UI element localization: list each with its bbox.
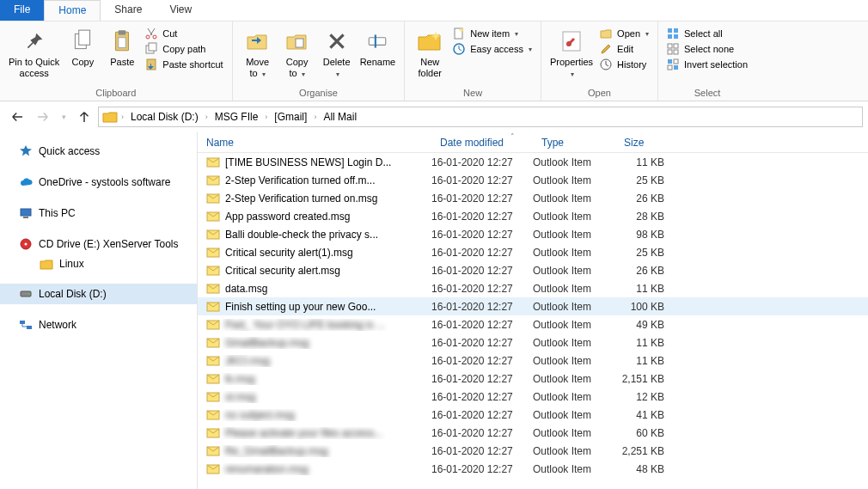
file-name: data.msg [225,283,267,295]
select-none-icon [665,42,681,56]
select-all-button[interactable]: Select all [663,26,751,41]
svg-rect-25 [674,50,678,54]
history-icon [598,58,614,71]
forward-button[interactable] [31,105,55,129]
cut-label: Cut [162,28,177,40]
file-date: 16-01-2020 12:27 [431,373,533,385]
file-row[interactable]: Finish setting up your new Goo...16-01-2… [198,297,868,315]
column-name[interactable]: Name [198,137,431,149]
column-type[interactable]: Type [533,137,615,149]
svg-rect-18 [668,28,672,33]
nav-this-pc[interactable]: This PC [0,203,197,223]
recent-locations-button[interactable]: ▾ [57,105,70,129]
column-date[interactable]: Date modified [431,137,533,149]
file-name: 2-Step Verification turned on.msg [225,193,377,205]
group-organise: Move to ▾ Copy to ▾ Delete▾ Rename Organ… [233,21,406,101]
easy-access-icon [451,42,467,56]
new-item-button[interactable]: New item ▾ [449,26,535,41]
file-type: Outlook Item [533,301,615,313]
mail-icon [206,409,220,421]
file-row[interactable]: Re_GmailBackup.msg16-01-2020 12:27Outloo… [198,442,868,460]
new-folder-button[interactable]: New folder [410,24,449,81]
file-row[interactable]: Balli double-check the privacy s...16-01… [198,225,868,243]
address-bar[interactable]: › Local Disk (D:) › MSG FIle › [Gmail] ›… [98,107,863,127]
file-row[interactable]: lk.msg16-01-2020 12:27Outlook Item2,151 … [198,370,868,388]
breadcrumb-segment[interactable]: [Gmail] [271,107,310,126]
file-row[interactable]: Please activate your files access...16-0… [198,424,868,442]
file-row[interactable]: JKCI.msg16-01-2020 12:27Outlook Item11 K… [198,351,868,370]
delete-label: Delete▾ [323,57,351,80]
file-row[interactable]: data.msg16-01-2020 12:27Outlook Item11 K… [198,279,868,297]
nav-local-disk-d[interactable]: Local Disk (D:) [0,284,197,304]
file-row[interactable]: renumaration.msg16-01-2020 12:27Outlook … [198,460,868,478]
file-type: Outlook Item [533,211,615,223]
paste-icon [111,26,133,57]
cut-button[interactable]: Cut [142,26,226,41]
nav-cd-drive[interactable]: CD Drive (E:) XenServer Tools [0,234,197,254]
properties-button[interactable]: Properties▾ [547,24,596,82]
properties-label: Properties▾ [550,57,593,80]
file-row[interactable]: Critical security alert(1).msg16-01-2020… [198,243,868,261]
select-none-button[interactable]: Select none [663,41,751,57]
tab-view[interactable]: View [156,0,205,21]
mail-icon [206,283,220,295]
easy-access-button[interactable]: Easy access ▾ [449,41,535,57]
file-size: 48 KB [615,463,680,475]
file-row[interactable]: Critical security alert.msg16-01-2020 12… [198,261,868,279]
network-icon [19,318,33,332]
disc-icon [19,237,33,251]
file-name: ol.msg [225,391,255,403]
move-to-button[interactable]: Move to ▾ [238,24,278,82]
mail-icon [206,319,220,331]
breadcrumb-segment[interactable]: Local Disk (D:) [127,107,202,126]
nav-quick-access[interactable]: Quick access [0,141,197,162]
nav-onedrive[interactable]: OneDrive - systools software [0,172,197,193]
file-row[interactable]: App password created.msg16-01-2020 12:27… [198,207,868,225]
group-open: Properties▾ Open ▾ Edit History Open [541,21,658,101]
svg-point-16 [566,41,572,46]
file-row[interactable]: Fwd_ Your OYO LIFE booking is ...16-01-2… [198,315,868,333]
paste-shortcut-button[interactable]: Paste shortcut [142,57,226,72]
back-button[interactable] [5,105,29,129]
history-button[interactable]: History [596,57,652,72]
copy-to-button[interactable]: Copy to ▾ [278,24,317,82]
file-date: 16-01-2020 12:27 [431,337,533,349]
file-type: Outlook Item [533,265,615,277]
file-row[interactable]: 2-Step Verification turned off.m...16-01… [198,171,868,189]
svg-rect-26 [668,59,672,64]
tab-file[interactable]: File [0,0,44,21]
pin-to-quick-access-button[interactable]: Pin to Quick access [5,24,63,81]
breadcrumb-segment[interactable]: All Mail [320,107,360,126]
file-row[interactable]: ol.msg16-01-2020 12:27Outlook Item12 KB [198,388,868,406]
file-row[interactable]: GmailBackup.msg16-01-2020 12:27Outlook I… [198,333,868,351]
cloud-icon [19,175,33,189]
edit-icon [598,42,614,56]
edit-button[interactable]: Edit [596,41,652,57]
open-button[interactable]: Open ▾ [596,26,652,41]
nav-linux-folder[interactable]: Linux [0,254,197,273]
file-row[interactable]: 2-Step Verification turned on.msg16-01-2… [198,189,868,207]
delete-icon [326,26,348,57]
delete-button[interactable]: Delete▾ [317,24,357,82]
paste-button[interactable]: Paste [102,24,142,70]
nav-network[interactable]: Network [0,315,197,335]
invert-selection-label: Invert selection [684,58,748,71]
file-size: 25 KB [615,247,680,259]
file-size: 28 KB [615,211,680,223]
column-size[interactable]: Size [615,137,684,149]
breadcrumb-segment[interactable]: MSG FIle [211,107,262,126]
copy-button[interactable]: Copy [63,24,102,70]
invert-selection-icon [665,58,681,71]
file-date: 16-01-2020 12:27 [431,283,533,295]
file-row[interactable]: [TIME BUSINESS NEWS] Login D...16-01-202… [198,153,868,171]
mail-icon [206,229,220,241]
tab-home[interactable]: Home [44,0,101,21]
invert-selection-button[interactable]: Invert selection [663,57,751,72]
file-type: Outlook Item [533,391,615,403]
rename-button[interactable]: Rename [357,24,400,70]
tab-share[interactable]: Share [101,0,156,21]
file-size: 12 KB [615,391,680,403]
up-button[interactable] [72,105,96,129]
copy-path-button[interactable]: Copy path [142,41,226,57]
file-row[interactable]: no subject.msg16-01-2020 12:27Outlook It… [198,406,868,424]
